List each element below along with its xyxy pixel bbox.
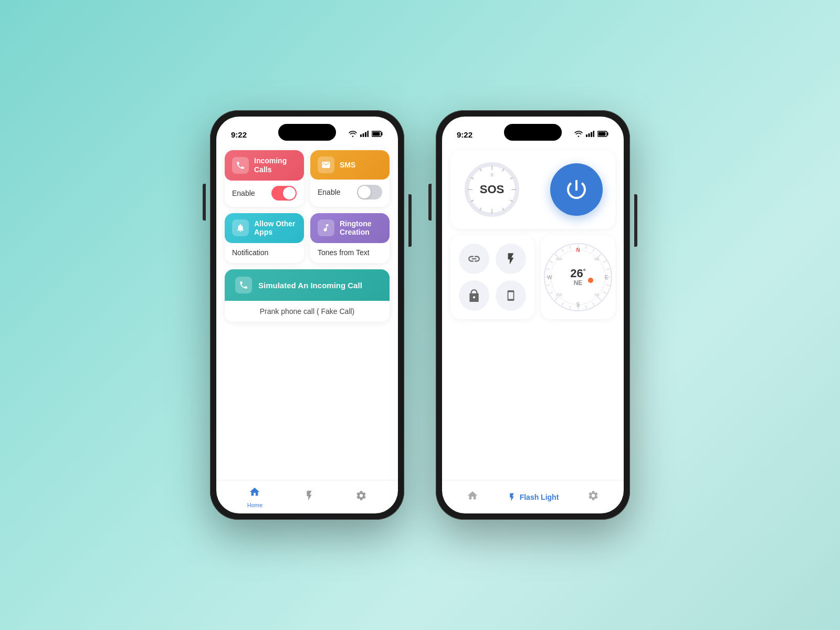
battery-icon-2: [597, 130, 609, 139]
simulate-header: Simulated An Incoming Call: [225, 269, 390, 301]
time-2: 9:22: [457, 130, 472, 139]
status-icons-2: [574, 130, 609, 139]
svg-point-62: [588, 278, 593, 283]
svg-text:S: S: [576, 302, 580, 308]
svg-text:SW: SW: [556, 293, 562, 297]
wifi-icon-2: [574, 130, 583, 139]
signal-icon-2: [586, 130, 594, 139]
incoming-calls-toggle[interactable]: [271, 186, 297, 201]
nav-flashlight-2[interactable]: Flash Light: [507, 492, 559, 502]
controls-row: N S E W NE SE SW NW: [450, 235, 615, 319]
nav-settings-1[interactable]: [355, 490, 367, 504]
svg-text:NW: NW: [556, 257, 562, 261]
sos-dial: 0 3 9 SOS: [463, 161, 521, 218]
compass-card: N S E W NE SE SW NW: [541, 235, 615, 319]
phone-2: 9:22: [436, 110, 630, 520]
svg-line-40: [593, 302, 594, 305]
svg-rect-9: [593, 131, 595, 137]
svg-line-38: [603, 292, 606, 293]
music-icon: [318, 219, 334, 236]
link-button[interactable]: [459, 244, 489, 274]
svg-rect-2: [365, 132, 366, 138]
allow-other-apps-label: Allow Other Apps: [254, 219, 297, 237]
svg-line-52: [562, 249, 563, 251]
allow-other-apps-header: Allow Other Apps: [225, 213, 304, 244]
dynamic-island-1: [278, 124, 336, 141]
ringtone-creation-header: Ringtone Creation: [310, 213, 390, 244]
allow-other-apps-card[interactable]: Allow Other Apps Notification: [225, 213, 304, 264]
bottom-nav-1: Home: [216, 480, 398, 513]
svg-line-53: [570, 246, 571, 249]
ringtone-creation-body: Tones from Text: [310, 243, 390, 263]
nav-home-1[interactable]: Home: [247, 486, 262, 508]
svg-line-43: [570, 306, 571, 309]
svg-rect-1: [363, 133, 364, 137]
svg-line-47: [547, 285, 550, 286]
svg-rect-7: [589, 133, 590, 137]
phone2-content: 0 3 9 SOS: [442, 145, 624, 480]
notification-icon: [232, 219, 249, 236]
simulate-card[interactable]: Simulated An Incoming Call Prank phone c…: [225, 269, 390, 322]
sms-subtext: Enable: [318, 188, 341, 196]
svg-line-34: [603, 261, 606, 262]
svg-rect-6: [586, 134, 587, 137]
sms-icon: [318, 156, 334, 173]
sms-card[interactable]: SMS Enable: [310, 150, 390, 207]
sms-body: Enable: [310, 180, 390, 206]
flashlight-label: Flash Light: [520, 493, 559, 501]
degree-symbol: °: [583, 268, 586, 275]
allow-other-apps-body: Notification: [225, 243, 304, 263]
lock-button[interactable]: [459, 280, 489, 311]
svg-rect-11: [598, 132, 606, 136]
nav-flash-1[interactable]: [303, 490, 315, 504]
simulate-subtext: Prank phone call ( Fake Call): [260, 307, 355, 316]
svg-text:E: E: [605, 275, 608, 280]
phone1-content: Incoming Calls Enable: [216, 145, 398, 480]
svg-rect-0: [360, 134, 362, 137]
incoming-calls-body: Enable: [225, 181, 304, 207]
incoming-calls-subtext: Enable: [232, 189, 255, 197]
compass: N S E W NE SE SW NW: [541, 240, 615, 314]
phone-icon: [232, 157, 249, 174]
home-nav-icon: [249, 486, 260, 500]
svg-text:W: W: [547, 275, 552, 280]
svg-line-39: [597, 297, 601, 300]
svg-text:NE: NE: [594, 257, 600, 261]
sms-toggle[interactable]: [357, 185, 382, 200]
phone-1: 9:22: [210, 110, 404, 520]
incoming-calls-header: Incoming Calls: [225, 150, 304, 181]
sos-power-card: 0 3 9 SOS: [450, 150, 615, 229]
status-icons-1: [349, 130, 383, 139]
bolt-button[interactable]: [496, 244, 526, 274]
simulate-body: Prank phone call ( Fake Call): [225, 301, 390, 322]
mobile-button[interactable]: [496, 280, 526, 311]
nav-home-2[interactable]: [467, 490, 478, 504]
direction-label: NE: [570, 280, 585, 287]
svg-line-44: [562, 302, 563, 305]
cards-grid: Incoming Calls Enable: [225, 150, 390, 263]
signal-icon: [360, 130, 369, 139]
svg-line-49: [547, 269, 550, 270]
incoming-calls-card[interactable]: Incoming Calls Enable: [225, 150, 304, 207]
ringtone-creation-card[interactable]: Ringtone Creation Tones from Text: [310, 213, 390, 264]
controls-left: [450, 235, 534, 319]
svg-line-35: [606, 269, 610, 270]
svg-line-37: [606, 285, 610, 286]
svg-rect-8: [591, 132, 592, 138]
svg-line-41: [585, 306, 586, 309]
nav-settings-2[interactable]: [587, 490, 599, 504]
svg-line-31: [585, 246, 586, 249]
svg-rect-3: [368, 131, 369, 137]
dynamic-island-2: [504, 124, 562, 141]
svg-rect-5: [373, 132, 380, 136]
toggle-knob-sms: [358, 186, 371, 198]
svg-text:0: 0: [490, 172, 493, 177]
flashlight-row: Flash Light: [507, 492, 559, 502]
svg-line-32: [593, 249, 594, 251]
power-button[interactable]: [550, 163, 603, 216]
bottom-nav-2: Flash Light: [442, 480, 624, 513]
wifi-icon: [349, 130, 357, 139]
time-1: 9:22: [231, 130, 247, 139]
incoming-calls-label: Incoming Calls: [254, 156, 297, 174]
svg-line-45: [555, 297, 559, 300]
